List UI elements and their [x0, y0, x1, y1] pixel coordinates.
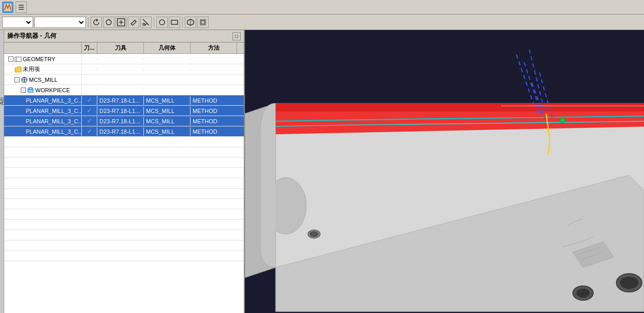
table-row[interactable]: PLANAR_MILL_3_C... ✓ D23-R7.18-L1... MCS…: [4, 95, 244, 106]
row-label-op2: PLANAR_MILL_3_C...: [4, 106, 82, 116]
edit-btn[interactable]: [128, 17, 139, 28]
row-col4-workpiece: [144, 89, 191, 91]
row-col2-op1: ✓: [82, 96, 97, 105]
row-col3-unused: [97, 68, 144, 70]
side-label: Ain: [0, 97, 5, 105]
table-row[interactable]: - WORKPIECE: [4, 85, 244, 95]
panel-title: 操作导航器 - 几何: [7, 32, 56, 40]
row-col3-geometry: [97, 58, 144, 60]
table-row-empty: [4, 240, 244, 251]
row-label-op3: PLANAR_MILL_3_C...: [4, 117, 82, 126]
table-row-empty: [4, 168, 244, 178]
cut-btn[interactable]: [140, 17, 152, 28]
table-row-empty: [4, 189, 244, 199]
row-col2-op3: ✓: [82, 117, 97, 125]
row-col3-workpiece: [97, 89, 144, 91]
row-label-mcs: - MCS_MILL: [4, 75, 82, 84]
row-label-unused: 未用项: [4, 64, 82, 74]
table-row[interactable]: - MCS_MILL: [4, 75, 244, 85]
row-col5-op3: METHOD: [191, 117, 237, 125]
left-panel: 操作导航器 - 几何 □ 刀... 刀具 几何体 方法 -: [4, 30, 245, 313]
perspective-btn[interactable]: [197, 17, 209, 28]
assembly-dropdown[interactable]: 整个装配: [34, 17, 86, 28]
row-col3-mcs: [97, 79, 144, 81]
svg-rect-15: [15, 57, 21, 62]
table-header: 刀... 刀具 几何体 方法: [4, 42, 244, 54]
refresh-btn[interactable]: [91, 17, 102, 28]
table-row[interactable]: PLANAR_MILL_3_C... ✓ D23-R7.18-L1... MCS…: [4, 116, 244, 126]
table-row-empty: [4, 178, 244, 189]
table-row-empty: [4, 220, 244, 230]
row-col4-op2: MCS_MILL: [144, 107, 191, 115]
viewport-panel[interactable]: [245, 30, 644, 313]
rect-btn[interactable]: [169, 17, 180, 28]
svg-marker-4: [96, 19, 98, 22]
row-col5-mcs: [191, 79, 237, 81]
menu-btn[interactable]: [16, 2, 27, 13]
geometry-icon: [14, 55, 22, 63]
viewport-svg: [245, 30, 644, 313]
main-toolbar: 整个装配: [0, 15, 644, 30]
svg-rect-21: [29, 88, 32, 90]
row-col4-geometry: [144, 58, 191, 60]
svg-point-48: [620, 277, 638, 289]
table-row-empty: [4, 137, 244, 147]
row-col2-workpiece: [82, 89, 97, 91]
row-col2-unused: [82, 68, 97, 70]
tree-table[interactable]: - GEOMETRY: [4, 54, 244, 313]
row-col2-mcs: [82, 79, 97, 81]
row-col5-unused: [191, 68, 237, 70]
table-row[interactable]: PLANAR_MILL_3_C... ✓ D23-R7.18-L1... MCS…: [4, 126, 244, 137]
title-bar: [0, 0, 644, 15]
row-col3-op2: D23-R7.18-L1...: [97, 107, 144, 115]
separator-1: [88, 17, 89, 27]
row-label-op1: PLANAR_MILL_3_C...: [4, 96, 82, 105]
row-col5-op4: METHOD: [191, 127, 237, 136]
row-col3-op1: D23-R7.18-L1...: [97, 96, 144, 105]
panel-close-btn[interactable]: □: [232, 32, 241, 40]
app-logo: [2, 2, 13, 13]
table-row-empty: [4, 147, 244, 158]
table-row-empty: [4, 158, 244, 168]
table-row-empty: [4, 251, 244, 261]
table-row[interactable]: PLANAR_MILL_3_C... ✓ D23-R7.18-L1... MCS…: [4, 106, 244, 116]
row-col4-op3: MCS_MILL: [144, 117, 191, 125]
mcs-icon: [21, 76, 28, 83]
row-col4-unused: [144, 68, 191, 70]
col-header-method: 方法: [191, 42, 237, 53]
separator-2: [154, 17, 154, 27]
circle-btn[interactable]: [156, 17, 168, 28]
svg-point-46: [310, 232, 318, 237]
row-col2-op4: ✓: [82, 127, 97, 136]
row-col5-workpiece: [191, 89, 237, 91]
row-col5-op1: METHOD: [191, 96, 237, 105]
panel-header: 操作导航器 - 几何 □: [4, 30, 244, 42]
expand-icon-geometry[interactable]: -: [8, 56, 13, 62]
expand-icon-mcs[interactable]: -: [14, 77, 20, 82]
row-col5-geometry: [191, 58, 237, 60]
filter-dropdown[interactable]: [2, 17, 33, 28]
rotate-btn[interactable]: [103, 17, 114, 28]
table-row[interactable]: - GEOMETRY: [4, 54, 244, 64]
table-row-empty: [4, 230, 244, 240]
table-row-empty: [4, 199, 244, 209]
row-label-op4: PLANAR_MILL_3_C...: [4, 127, 82, 136]
svg-point-9: [143, 23, 145, 25]
row-col3-op4: D23-R7.18-L1...: [97, 127, 144, 136]
table-row[interactable]: 未用项: [4, 64, 244, 75]
3d-view-btn[interactable]: [185, 17, 196, 28]
svg-point-44: [560, 118, 565, 123]
svg-rect-11: [171, 20, 178, 24]
folder-icon: [14, 66, 22, 73]
svg-point-10: [159, 20, 165, 25]
add-btn[interactable]: [115, 17, 127, 28]
row-col4-op4: MCS_MILL: [144, 127, 191, 136]
col-header-name: [4, 42, 82, 53]
row-col3-op3: D23-R7.18-L1...: [97, 117, 144, 125]
svg-point-50: [576, 289, 590, 298]
col-header-geometry: 几何体: [144, 42, 191, 53]
row-col4-mcs: [144, 79, 191, 81]
row-col2-op2: ✓: [82, 106, 97, 115]
row-col4-op1: MCS_MILL: [144, 96, 191, 105]
expand-icon-workpiece[interactable]: -: [21, 88, 26, 93]
